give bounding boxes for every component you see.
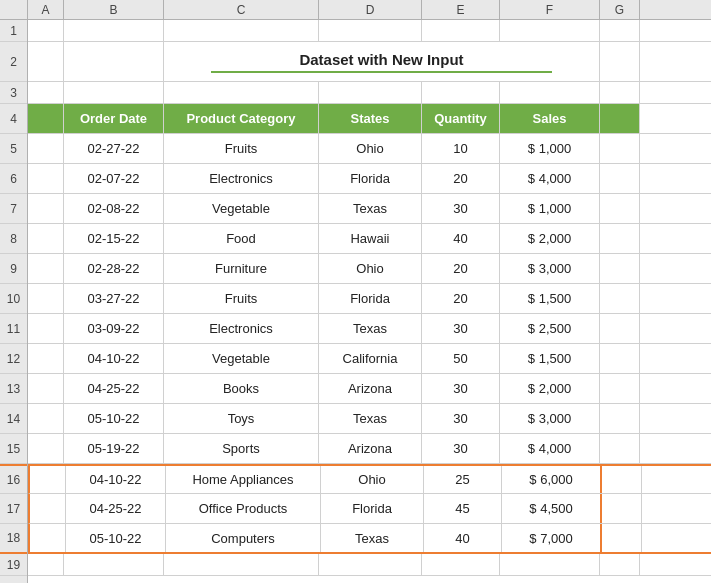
cell-1e[interactable]	[422, 20, 500, 41]
cell-12e[interactable]: 50	[422, 344, 500, 373]
cell-12c[interactable]: Vegetable	[164, 344, 319, 373]
row-num-17[interactable]: 17	[0, 494, 27, 524]
cell-6b[interactable]: 02-07-22	[64, 164, 164, 193]
cell-7f[interactable]: $ 1,000	[500, 194, 600, 223]
cell-3e[interactable]	[422, 82, 500, 103]
cell-15c[interactable]: Sports	[164, 434, 319, 463]
cell-3g[interactable]	[600, 82, 640, 103]
cell-17f[interactable]: $ 4,500	[502, 494, 602, 523]
col-header-b[interactable]: B	[64, 0, 164, 19]
cell-14d[interactable]: Texas	[319, 404, 422, 433]
cell-11d[interactable]: Texas	[319, 314, 422, 343]
cell-11c[interactable]: Electronics	[164, 314, 319, 343]
cell-13c[interactable]: Books	[164, 374, 319, 403]
cell-17e[interactable]: 45	[424, 494, 502, 523]
row-num-8[interactable]: 8	[0, 224, 27, 254]
cell-13f[interactable]: $ 2,000	[500, 374, 600, 403]
row-num-18[interactable]: 18	[0, 524, 27, 554]
row-num-4[interactable]: 4	[0, 104, 27, 134]
cell-12d[interactable]: California	[319, 344, 422, 373]
row-num-1[interactable]: 1	[0, 20, 27, 42]
cell-10a[interactable]	[28, 284, 64, 313]
cell-5c[interactable]: Fruits	[164, 134, 319, 163]
cell-1a[interactable]	[28, 20, 64, 41]
cell-7g[interactable]	[600, 194, 640, 223]
col-header-d[interactable]: D	[319, 0, 422, 19]
cell-12g[interactable]	[600, 344, 640, 373]
cell-3c[interactable]	[164, 82, 319, 103]
cell-16e[interactable]: 25	[424, 466, 502, 493]
cell-16g[interactable]	[602, 466, 642, 493]
cell-6f[interactable]: $ 4,000	[500, 164, 600, 193]
cell-19f[interactable]	[500, 554, 600, 575]
cell-19b[interactable]	[64, 554, 164, 575]
row-num-7[interactable]: 7	[0, 194, 27, 224]
cell-15f[interactable]: $ 4,000	[500, 434, 600, 463]
cell-9d[interactable]: Ohio	[319, 254, 422, 283]
row-num-9[interactable]: 9	[0, 254, 27, 284]
cell-1f[interactable]	[500, 20, 600, 41]
cell-19e[interactable]	[422, 554, 500, 575]
cell-7a[interactable]	[28, 194, 64, 223]
cell-19g[interactable]	[600, 554, 640, 575]
cell-6d[interactable]: Florida	[319, 164, 422, 193]
cell-18f[interactable]: $ 7,000	[502, 524, 602, 552]
cell-8d[interactable]: Hawaii	[319, 224, 422, 253]
row-num-2[interactable]: 2	[0, 42, 27, 82]
cell-18e[interactable]: 40	[424, 524, 502, 552]
cell-9a[interactable]	[28, 254, 64, 283]
row-num-13[interactable]: 13	[0, 374, 27, 404]
cell-8c[interactable]: Food	[164, 224, 319, 253]
cell-14c[interactable]: Toys	[164, 404, 319, 433]
row-num-11[interactable]: 11	[0, 314, 27, 344]
col-header-e[interactable]: E	[422, 0, 500, 19]
row-num-14[interactable]: 14	[0, 404, 27, 434]
cell-3a[interactable]	[28, 82, 64, 103]
cell-15b[interactable]: 05-19-22	[64, 434, 164, 463]
cell-14a[interactable]	[28, 404, 64, 433]
cell-16b[interactable]: 04-10-22	[66, 466, 166, 493]
cell-18a[interactable]	[30, 524, 66, 552]
cell-15d[interactable]: Arizona	[319, 434, 422, 463]
cell-19c[interactable]	[164, 554, 319, 575]
cell-3f[interactable]	[500, 82, 600, 103]
cell-9f[interactable]: $ 3,000	[500, 254, 600, 283]
cell-4g[interactable]	[600, 104, 640, 133]
cell-5a[interactable]	[28, 134, 64, 163]
cell-9e[interactable]: 20	[422, 254, 500, 283]
cell-3d[interactable]	[319, 82, 422, 103]
cell-15a[interactable]	[28, 434, 64, 463]
cell-10d[interactable]: Florida	[319, 284, 422, 313]
cell-7c[interactable]: Vegetable	[164, 194, 319, 223]
cell-8f[interactable]: $ 2,000	[500, 224, 600, 253]
cell-15g[interactable]	[600, 434, 640, 463]
cell-7e[interactable]: 30	[422, 194, 500, 223]
col-header-f[interactable]: F	[500, 0, 600, 19]
cell-17c[interactable]: Office Products	[166, 494, 321, 523]
header-sales[interactable]: Sales	[500, 104, 600, 133]
cell-6a[interactable]	[28, 164, 64, 193]
row-num-3[interactable]: 3	[0, 82, 27, 104]
cell-17g[interactable]	[602, 494, 642, 523]
cell-18b[interactable]: 05-10-22	[66, 524, 166, 552]
cell-3b[interactable]	[64, 82, 164, 103]
cell-11b[interactable]: 03-09-22	[64, 314, 164, 343]
col-header-c[interactable]: C	[164, 0, 319, 19]
cell-10f[interactable]: $ 1,500	[500, 284, 600, 313]
cell-8b[interactable]: 02-15-22	[64, 224, 164, 253]
row-num-19[interactable]: 19	[0, 554, 27, 576]
cell-15e[interactable]: 30	[422, 434, 500, 463]
cell-17b[interactable]: 04-25-22	[66, 494, 166, 523]
cell-9c[interactable]: Furniture	[164, 254, 319, 283]
cell-16d[interactable]: Ohio	[321, 466, 424, 493]
cell-11g[interactable]	[600, 314, 640, 343]
cell-11f[interactable]: $ 2,500	[500, 314, 600, 343]
cell-4a[interactable]	[28, 104, 64, 133]
cell-11a[interactable]	[28, 314, 64, 343]
cell-12b[interactable]: 04-10-22	[64, 344, 164, 373]
cell-8e[interactable]: 40	[422, 224, 500, 253]
cell-12f[interactable]: $ 1,500	[500, 344, 600, 373]
row-num-10[interactable]: 10	[0, 284, 27, 314]
cell-7b[interactable]: 02-08-22	[64, 194, 164, 223]
row-num-12[interactable]: 12	[0, 344, 27, 374]
